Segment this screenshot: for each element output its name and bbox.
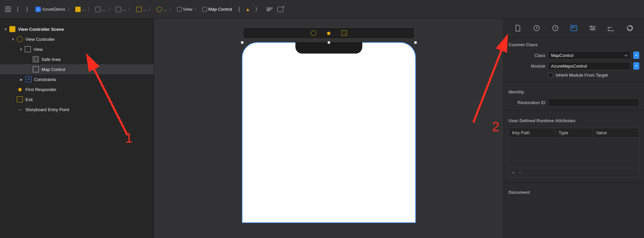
udra-table: Key Path Type Value + − <box>509 128 639 177</box>
interface-builder-canvas[interactable]: ⬣ → 2 <box>154 19 503 238</box>
breadcrumb-view[interactable]: View 〉 <box>176 6 200 13</box>
project-icon: A <box>35 7 41 12</box>
view-icon <box>202 7 207 12</box>
udra-col-type[interactable]: Type <box>555 128 593 137</box>
adjust-editor-icon[interactable] <box>267 8 273 11</box>
udra-col-key[interactable]: Key Path <box>509 128 555 137</box>
document-section-title: Document <box>504 185 644 197</box>
annotation-number-1: 1 <box>125 131 132 146</box>
scene-icon <box>9 26 15 32</box>
module-label: Module <box>509 64 545 69</box>
breadcrumb: A AzureDemo 〉 ... 〉 ... 〉 ... 〉 ... <box>35 6 233 13</box>
controller-icon <box>157 7 162 12</box>
warning-icon[interactable]: ▲ <box>246 7 250 12</box>
class-dropdown-button[interactable]: ▾ <box>633 52 639 59</box>
scene-icon <box>136 7 142 12</box>
related-items-icon[interactable] <box>5 6 11 12</box>
view-controller-dock-icon[interactable] <box>311 30 316 36</box>
issue-prev-button[interactable]: ⟨ <box>236 6 242 12</box>
breadcrumb-project-label: AzureDemo <box>42 7 65 12</box>
outline-scene[interactable]: ▼ View Controller Scene <box>0 24 154 34</box>
custom-class-section-title: Custom Class <box>504 37 644 50</box>
udra-col-value[interactable]: Value <box>593 128 639 137</box>
udra-body[interactable] <box>509 138 639 168</box>
svg-rect-6 <box>572 26 573 28</box>
module-dropdown-button[interactable]: ▾ <box>633 62 639 70</box>
svg-rect-5 <box>571 25 577 31</box>
file-inspector-tab[interactable] <box>514 24 522 32</box>
attributes-inspector-tab[interactable] <box>588 24 596 32</box>
restoration-id-field[interactable] <box>548 98 639 106</box>
breadcrumb-controller[interactable]: ... 〉 <box>156 6 175 13</box>
annotation-arrow-2 <box>467 39 507 129</box>
outline-view-controller[interactable]: ▼ View Controller <box>0 34 154 44</box>
outline-view[interactable]: ▼ View <box>0 44 154 54</box>
storyboard-icon <box>116 7 121 12</box>
svg-point-13 <box>593 27 594 29</box>
identity-inspector-tab[interactable] <box>570 24 578 32</box>
view-icon <box>177 7 182 12</box>
svg-line-1 <box>473 47 503 123</box>
inherit-module-label: Inherit Module From Target <box>556 73 608 78</box>
exit-dock-icon[interactable]: → <box>342 30 347 36</box>
map-control-icon <box>33 66 39 72</box>
class-label: Class <box>509 53 545 58</box>
exit-icon: → <box>17 96 23 102</box>
class-field[interactable]: MapControl ➔ <box>548 51 631 59</box>
first-responder-icon: ⬣ <box>17 86 23 92</box>
svg-line-0 <box>92 66 127 135</box>
annotation-number-2: 2 <box>492 119 499 134</box>
storyboard-icon <box>95 7 101 12</box>
add-editor-icon[interactable] <box>277 7 283 12</box>
inspector-tabs: ? <box>504 19 644 37</box>
resize-handle[interactable] <box>241 41 244 44</box>
restoration-id-label: Restoration ID <box>509 100 545 105</box>
scene-dock[interactable]: ⬣ → <box>243 27 415 39</box>
resize-handle[interactable] <box>328 41 330 44</box>
view-controller-icon <box>17 36 23 42</box>
udra-add-button[interactable]: + <box>512 170 515 175</box>
breadcrumb-scene[interactable]: ... 〉 <box>135 6 155 13</box>
svg-text:?: ? <box>554 26 556 30</box>
device-notch <box>295 42 362 54</box>
module-field[interactable]: AzureMapsControl <box>548 62 631 70</box>
safe-area-icon <box>33 56 39 62</box>
entry-point-icon: → <box>17 106 23 112</box>
breadcrumb-file-1[interactable]: ... 〉 <box>95 6 114 13</box>
inherit-module-checkbox[interactable] <box>548 73 553 78</box>
udra-remove-button[interactable]: − <box>519 170 522 175</box>
nav-forward-button[interactable]: ⟩ <box>24 6 30 12</box>
breadcrumb-map-control[interactable]: Map Control <box>202 6 233 12</box>
connections-inspector-tab[interactable] <box>626 24 634 32</box>
constraints-icon: ✦ <box>25 76 31 82</box>
class-jump-icon[interactable]: ➔ <box>624 53 628 58</box>
udra-section-title: User Defined Runtime Attributes <box>504 113 644 126</box>
view-icon <box>25 46 31 52</box>
history-inspector-tab[interactable] <box>533 24 541 32</box>
issue-next-button[interactable]: ⟩ <box>253 6 259 12</box>
inspector-panel: ? Custom Class Class MapControl ➔ ▾ Modu… <box>503 19 644 238</box>
document-outline: ▼ View Controller Scene ▼ View Controlle… <box>0 19 154 238</box>
breadcrumb-file-2[interactable]: ... 〉 <box>115 6 134 13</box>
size-inspector-tab[interactable] <box>607 24 615 32</box>
device-preview[interactable] <box>242 42 416 223</box>
svg-point-12 <box>590 26 592 27</box>
breadcrumb-folder[interactable]: ... 〉 <box>75 6 94 13</box>
svg-point-14 <box>591 29 593 30</box>
folder-icon <box>75 7 81 12</box>
jump-bar: ⟨ ⟩ A AzureDemo 〉 ... 〉 ... 〉 ... 〉 <box>0 0 644 19</box>
nav-back-button[interactable]: ⟨ <box>15 6 21 12</box>
identity-section-title: Identity <box>504 85 644 97</box>
help-inspector-tab[interactable]: ? <box>551 24 559 32</box>
first-responder-dock-icon[interactable]: ⬣ <box>326 30 332 36</box>
breadcrumb-project[interactable]: A AzureDemo 〉 <box>35 6 73 13</box>
resize-handle[interactable] <box>414 41 417 44</box>
